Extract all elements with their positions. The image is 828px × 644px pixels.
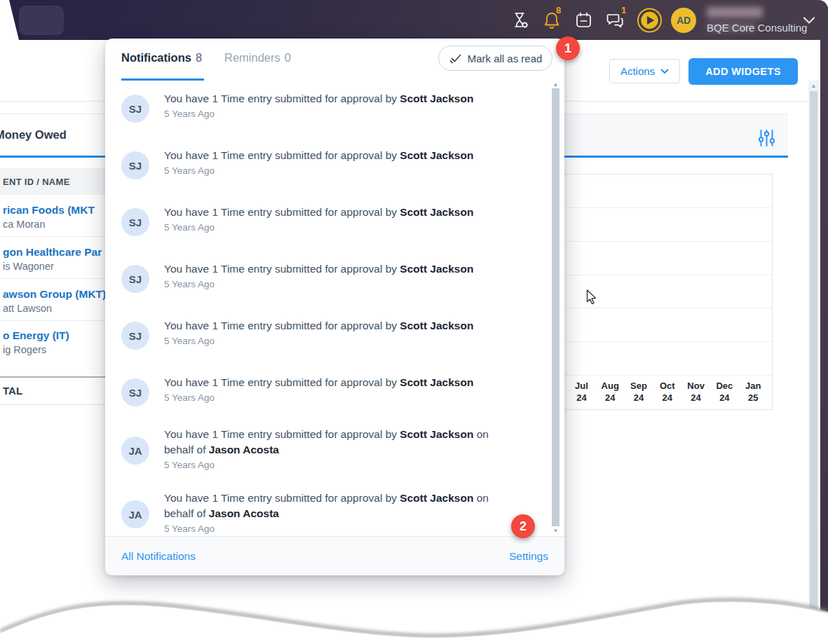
month-label: Jul24 (567, 380, 596, 404)
app-window: ▲ ▼ 8 (0, 0, 828, 644)
notification-message: You have 1 Time entry submitted for appr… (164, 375, 473, 390)
notification-body: You have 1 Time entry submitted for appr… (164, 427, 515, 485)
client-row: awson Group (MKT) att Lawson (3, 288, 108, 314)
notification-timestamp: 5 Years Ago (164, 109, 473, 119)
scroll-down-icon[interactable]: ▼ (552, 528, 559, 534)
client-name-link[interactable]: rican Foods (MKT (3, 204, 108, 216)
add-widgets-button[interactable]: ADD WIDGETS (688, 58, 798, 85)
settings-link[interactable]: Settings (509, 550, 548, 563)
month-label: Oct24 (653, 380, 681, 404)
annotation-step-1: 1 (556, 36, 580, 60)
tab-reminders[interactable]: Reminders0 (224, 51, 291, 64)
tab-notifications-count: 8 (196, 51, 202, 64)
sender-avatar: SJ (121, 95, 149, 123)
app-logo[interactable] (19, 6, 64, 35)
notification-body: You have 1 Time entry submitted for appr… (164, 491, 515, 536)
panel-scrollbar-thumb[interactable] (552, 88, 559, 526)
page-scrollbar-thumb[interactable] (810, 91, 817, 615)
notification-item[interactable]: JA You have 1 Time entry submitted for a… (105, 485, 564, 536)
bell-badge-count: 8 (556, 5, 561, 15)
notification-message: You have 1 Time entry submitted for appr… (164, 261, 473, 277)
notification-body: You have 1 Time entry submitted for appr… (164, 205, 473, 251)
client-column-header: ENT ID / NAME (0, 168, 105, 195)
client-contact: att Lawson (3, 303, 108, 314)
window-edge (820, 0, 828, 631)
tab-reminders-label: Reminders (224, 51, 280, 64)
notification-timestamp: 5 Years Ago (164, 392, 473, 403)
user-avatar[interactable]: AD (671, 8, 696, 33)
actions-button[interactable]: Actions (609, 59, 680, 83)
notification-item[interactable]: SJ You have 1 Time entry submitted for a… (105, 251, 564, 308)
annotation-step-2: 2 (511, 514, 535, 538)
notification-item[interactable]: JA You have 1 Time entry submitted for a… (105, 421, 564, 485)
tab-notifications[interactable]: Notifications8 (121, 51, 202, 64)
row-divider (0, 320, 105, 321)
sender-avatar: JA (121, 500, 149, 528)
notification-message: You have 1 Time entry submitted for appr… (164, 427, 515, 458)
total-bottom-border (0, 404, 105, 405)
notification-body: You have 1 Time entry submitted for appr… (164, 261, 473, 308)
notification-item[interactable]: SJ You have 1 Time entry submitted for a… (105, 308, 564, 364)
play-tutorial-icon[interactable] (637, 0, 663, 40)
sender-avatar: SJ (121, 322, 149, 350)
sender-avatar: SJ (121, 208, 149, 236)
double-check-icon (449, 52, 462, 65)
notification-message: You have 1 Time entry submitted for appr… (164, 318, 473, 334)
chevron-down-icon[interactable] (799, 0, 819, 40)
panel-scrollbar[interactable]: ▲ ▼ (552, 82, 559, 534)
filter-sliders-icon[interactable] (759, 129, 775, 150)
notification-message: You have 1 Time entry submitted for appr… (164, 205, 473, 220)
notification-timestamp: 5 Years Ago (164, 165, 473, 176)
notification-item[interactable]: SJ You have 1 Time entry submitted for a… (105, 81, 564, 137)
notification-timestamp: 5 Years Ago (164, 460, 515, 470)
row-divider (0, 236, 105, 237)
notification-body: You have 1 Time entry submitted for appr… (164, 148, 473, 194)
notification-timestamp: 5 Years Ago (164, 279, 473, 289)
client-name-link[interactable]: gon Healthcare Par (3, 246, 108, 258)
client-contact: ca Moran (3, 219, 108, 230)
notification-item[interactable]: SJ You have 1 Time entry submitted for a… (105, 137, 564, 194)
top-navigation-bar: 8 1 AD BQE Core Consulting (0, 0, 828, 40)
notification-message: You have 1 Time entry submitted for appr… (164, 91, 473, 107)
user-name-redacted (707, 7, 763, 18)
mouse-cursor (586, 289, 598, 308)
sender-avatar: SJ (121, 378, 149, 406)
scroll-up-icon[interactable]: ▲ (552, 82, 559, 88)
tab-money-owed[interactable]: Money Owed (0, 128, 67, 142)
month-label: Sep24 (625, 380, 653, 404)
notification-item[interactable]: SJ You have 1 Time entry submitted for a… (105, 364, 564, 421)
notification-timestamp: 5 Years Ago (164, 222, 473, 233)
month-label: Nov24 (681, 380, 710, 404)
timer-settings-icon[interactable] (508, 0, 532, 40)
client-row: rican Foods (MKT ca Moran (3, 204, 108, 230)
mark-all-read-button[interactable]: Mark all as read (438, 46, 552, 71)
scroll-up-icon[interactable]: ▲ (808, 83, 819, 89)
calendar-icon[interactable] (571, 0, 595, 40)
torn-edge-wave (0, 585, 828, 644)
notification-item[interactable]: SJ You have 1 Time entry submitted for a… (105, 194, 564, 251)
month-label: Dec24 (710, 380, 739, 404)
notification-message: You have 1 Time entry submitted for appr… (164, 148, 473, 163)
sender-avatar: SJ (121, 151, 149, 179)
chevron-down-icon (660, 69, 669, 74)
notification-timestamp: 5 Years Ago (164, 523, 515, 534)
month-label: Aug24 (596, 380, 625, 404)
month-label: Jan25 (739, 380, 768, 404)
notification-list: SJ You have 1 Time entry submitted for a… (105, 81, 564, 536)
notification-body: You have 1 Time entry submitted for appr… (164, 91, 473, 137)
notification-body: You have 1 Time entry submitted for appr… (164, 375, 473, 421)
tab-reminders-count: 0 (285, 51, 291, 64)
client-name-link[interactable]: o Energy (IT) (3, 329, 108, 341)
actions-label: Actions (620, 65, 655, 77)
tab-notifications-label: Notifications (121, 51, 191, 64)
chart-x-axis-labels: Jul24Aug24Sep24Oct24Nov24Dec24Jan25 (567, 380, 768, 404)
all-notifications-link[interactable]: All Notifications (121, 550, 196, 563)
client-contact: is Wagoner (3, 261, 108, 272)
client-name-link[interactable]: awson Group (MKT) (3, 288, 108, 300)
client-row: gon Healthcare Par is Wagoner (3, 246, 108, 272)
notifications-panel-header: Notifications8 Reminders0 Mark all as re… (105, 39, 564, 81)
notification-message: You have 1 Time entry submitted for appr… (164, 491, 515, 521)
client-row: o Energy (IT) ig Rogers (3, 329, 108, 355)
sender-avatar: SJ (121, 265, 149, 293)
mark-all-read-label: Mark all as read (468, 53, 543, 64)
